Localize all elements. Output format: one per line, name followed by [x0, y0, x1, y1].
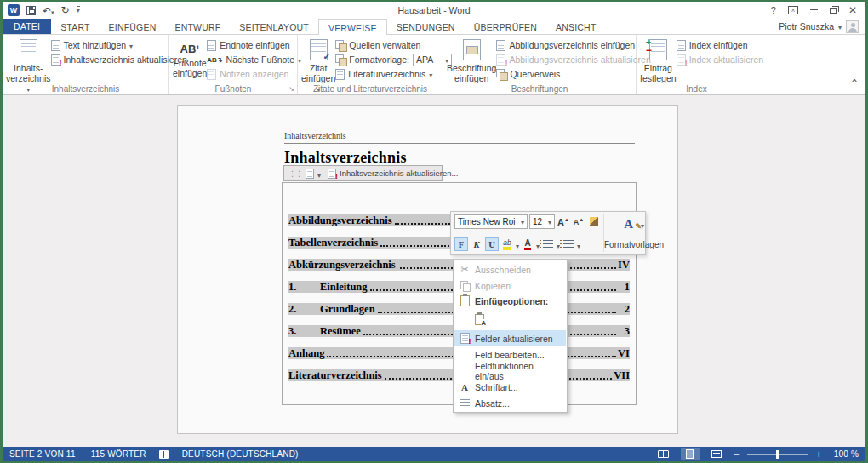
- zoom-slider[interactable]: [747, 454, 808, 455]
- tab-start[interactable]: START: [51, 19, 99, 34]
- caption-icon: [463, 39, 481, 60]
- language-indicator[interactable]: DEUTSCH (DEUTSCHLAND): [174, 449, 306, 459]
- quellen-verwalten-button[interactable]: Quellen verwalten: [335, 39, 452, 51]
- group-label: Beschriftungen: [443, 84, 636, 94]
- eintrag-festlegen-button[interactable]: + − Eintragfestlegen: [640, 37, 677, 83]
- grow-font-button[interactable]: A▲: [557, 215, 570, 229]
- update-toc-field-button[interactable]: Inhaltsverzeichnis aktualisieren...: [340, 169, 458, 178]
- chevron-down-icon: [838, 21, 842, 31]
- tab-entwurf[interactable]: ENTWURF: [165, 19, 230, 34]
- update-figures-table-icon: [496, 54, 505, 66]
- undo-button[interactable]: ↶▾: [43, 3, 54, 18]
- ribbon-tab-bar: DATEI START EINFÜGEN ENTWURF SEITENLAYOU…: [3, 19, 865, 34]
- zoom-slider-thumb[interactable]: [776, 450, 779, 459]
- page-indicator[interactable]: SEITE 2 VON 11: [9, 449, 83, 459]
- read-mode-button[interactable]: [654, 448, 673, 460]
- dropdown-icon[interactable]: [577, 237, 580, 252]
- tab-ansicht[interactable]: ANSICHT: [546, 19, 606, 34]
- undo-icon: ↶: [43, 5, 51, 17]
- bullet-list-icon: [543, 240, 553, 249]
- index-aktualisieren-button: Index aktualisieren: [677, 54, 764, 66]
- customize-qat-icon[interactable]: ▾: [77, 6, 80, 14]
- insert-index-icon: [677, 40, 686, 51]
- word-logo-icon[interactable]: W: [8, 4, 20, 16]
- minus-mark: −: [646, 44, 652, 56]
- tab-verweise[interactable]: VERWEISE: [318, 19, 387, 35]
- menu-item-feldfunktionen[interactable]: Feldfunktionen ein/aus: [454, 363, 566, 379]
- dropdown-icon[interactable]: [317, 166, 321, 181]
- zoom-level[interactable]: 100 %: [830, 449, 859, 459]
- document-page[interactable]: Inhaltsverzeichnis Inhaltsverzeichnis ⋮⋮…: [177, 105, 678, 434]
- grip-icon[interactable]: ⋮⋮: [288, 169, 302, 178]
- zoom-in-button[interactable]: +: [816, 449, 822, 460]
- dialog-launcher-icon[interactable]: ↘: [288, 86, 294, 93]
- underline-button[interactable]: U: [485, 237, 499, 251]
- abbildungsverzeichnis-einfuegen-button[interactable]: Abbildungsverzeichnis einfügen: [496, 39, 650, 51]
- font-color-button[interactable]: A: [521, 237, 534, 251]
- print-layout-icon: [686, 449, 694, 459]
- index-einfuegen-button[interactable]: Index einfügen: [677, 39, 764, 51]
- numbered-list-icon: [563, 240, 574, 249]
- menu-item-felder-aktualisieren[interactable]: Felder aktualisieren: [454, 330, 566, 346]
- fussnote-einfuegen-button[interactable]: AB¹ Fußnoteeinfügen: [173, 37, 207, 78]
- font-dialog-icon: A: [461, 382, 468, 392]
- toc-field-toolbar[interactable]: ⋮⋮ Inhaltsverzeichnis aktualisieren...: [283, 165, 443, 181]
- redo-icon[interactable]: ↻: [61, 5, 70, 15]
- group-inhaltsverzeichnis: Inhalts- verzeichnis Text hinzufügen Inh…: [3, 35, 169, 94]
- font-name-combo[interactable]: Times New Roi: [454, 214, 528, 229]
- restore-button[interactable]: [830, 8, 837, 14]
- menu-item-schriftart[interactable]: A Schriftart...: [454, 379, 566, 395]
- word-window: W ↶▾ ↻ ▾ Hausarbeit - Word ? ˄ ✕ DATEI S…: [3, 2, 865, 461]
- tab-einfuegen[interactable]: EINFÜGEN: [100, 19, 166, 34]
- tab-sendungen[interactable]: SENDUNGEN: [387, 19, 465, 34]
- querverweis-button[interactable]: Querverweis: [496, 68, 650, 80]
- menu-section-einfuegeoptionen: Einfügeoptionen:: [454, 294, 566, 308]
- naechste-fussnote-button[interactable]: AB↴ Nächste Fußnote: [207, 54, 301, 66]
- tab-ueberpruefen[interactable]: ÜBERPRÜFEN: [465, 19, 546, 34]
- zoom-out-button[interactable]: −: [734, 449, 740, 460]
- bullets-button[interactable]: [541, 237, 555, 251]
- shrink-font-button[interactable]: A▲: [572, 215, 585, 229]
- word-count[interactable]: 115 WÖRTER: [83, 449, 154, 459]
- dropdown-icon[interactable]: [516, 237, 519, 252]
- literaturverzeichnis-button[interactable]: Literaturverzeichnis: [335, 68, 452, 80]
- dropdown-icon: [548, 217, 551, 226]
- mark-entry-icon: + −: [649, 39, 667, 60]
- format-painter-button[interactable]: [587, 215, 601, 229]
- tab-datei[interactable]: DATEI: [3, 19, 51, 34]
- add-text-icon: [51, 40, 60, 51]
- menu-item-absatz[interactable]: Absatz...: [454, 395, 566, 411]
- minimize-button[interactable]: [810, 9, 818, 10]
- page-header-text: Inhaltsverzeichnis: [284, 131, 346, 140]
- print-layout-button[interactable]: [681, 448, 700, 460]
- formatvorlage-row: Formatvorlage: APA: [335, 54, 452, 66]
- paste-option-keep-text[interactable]: [454, 308, 566, 330]
- ribbon-display-options-icon[interactable]: ˄: [788, 6, 798, 14]
- account-menu[interactable]: Piotr Snuszka: [779, 19, 865, 34]
- toc-aktualisieren-button[interactable]: Inhaltsverzeichnis aktualisieren: [51, 54, 187, 66]
- web-layout-button[interactable]: [707, 448, 726, 460]
- font-size-combo[interactable]: 12: [529, 214, 555, 229]
- help-button[interactable]: ?: [771, 6, 776, 15]
- beschriftung-einfuegen-button[interactable]: Beschriftungeinfügen: [447, 37, 496, 83]
- save-icon[interactable]: [26, 6, 36, 15]
- styles-button[interactable]: A Formatvorlagen: [603, 214, 664, 252]
- copy-icon: [460, 281, 469, 290]
- group-fussnoten: AB¹ Fußnoteeinfügen Endnote einfügen AB↴…: [169, 35, 298, 94]
- page-header-rule: [284, 143, 635, 144]
- text-hinzufuegen-button[interactable]: Text hinzufügen: [51, 39, 187, 51]
- group-zitate: Zitat einfügen Quellen verwalten Formatv…: [298, 35, 443, 94]
- footnote-icon: AB¹: [180, 39, 200, 55]
- close-button[interactable]: ✕: [848, 5, 857, 15]
- numbering-button[interactable]: [562, 237, 575, 251]
- undo-dropdown-icon[interactable]: ▾: [51, 9, 54, 15]
- collapse-ribbon-button[interactable]: ^: [852, 78, 857, 88]
- highlight-button[interactable]: ab: [500, 237, 514, 251]
- group-beschriftungen: Beschriftungeinfügen Abbildungsverzeichn…: [443, 35, 637, 94]
- tab-seitenlayout[interactable]: SEITENLAYOUT: [230, 19, 318, 34]
- bold-button[interactable]: F: [454, 237, 468, 251]
- endnote-einfuegen-button[interactable]: Endnote einfügen: [207, 39, 301, 51]
- toc-menu-icon[interactable]: [306, 169, 314, 179]
- proofing-icon[interactable]: [159, 450, 169, 459]
- italic-button[interactable]: K: [470, 237, 483, 251]
